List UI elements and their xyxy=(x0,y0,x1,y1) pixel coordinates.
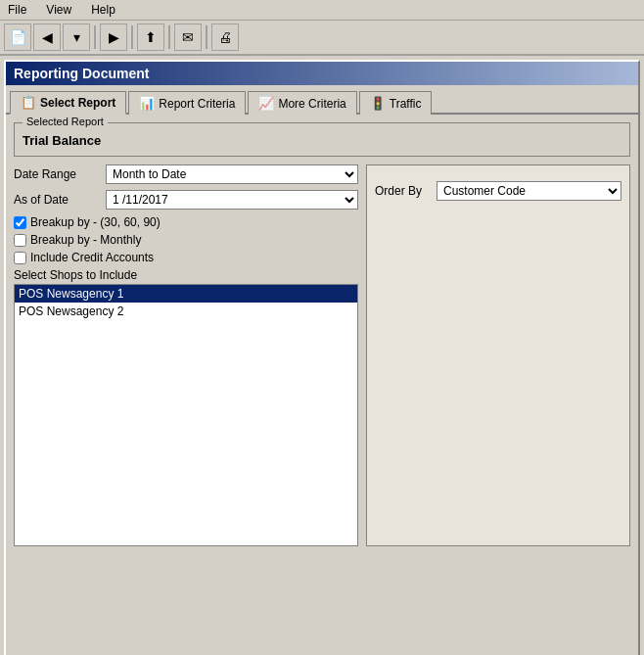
main-window: Reporting Document 📋 Select Report 📊 Rep… xyxy=(4,60,640,655)
include-credit-row: Include Credit Accounts xyxy=(14,251,358,264)
toolbar-sep-4 xyxy=(206,25,207,49)
order-by-label: Order By xyxy=(375,184,429,198)
menu-help[interactable]: Help xyxy=(87,2,119,18)
content-area: Selected Report Trial Balance Date Range… xyxy=(6,115,638,655)
tab-select-report-label: Select Report xyxy=(40,96,115,110)
window-title: Reporting Document xyxy=(6,62,638,85)
tabs-container: 📋 Select Report 📊 Report Criteria 📈 More… xyxy=(6,85,638,115)
toolbar: 📄 ◀ ▾ ▶ ⬆ ✉ 🖨 xyxy=(0,21,644,56)
breakup-30-60-90-label: Breakup by - (30, 60, 90) xyxy=(30,215,161,229)
more-criteria-icon: 📈 xyxy=(258,96,274,111)
menu-view[interactable]: View xyxy=(42,2,75,18)
breakup-monthly-row: Breakup by - Monthly xyxy=(14,233,358,247)
print-button[interactable]: 🖨 xyxy=(211,23,239,51)
menubar: File View Help xyxy=(0,0,644,21)
report-criteria-icon: 📊 xyxy=(139,96,155,111)
select-shops-label: Select Shops to Include xyxy=(14,268,358,282)
as-of-date-label: As of Date xyxy=(14,193,102,207)
dropdown-button[interactable]: ▾ xyxy=(63,23,90,51)
include-credit-checkbox[interactable] xyxy=(14,252,26,264)
list-item[interactable]: POS Newsagency 1 xyxy=(15,285,357,303)
forward-button[interactable]: ▶ xyxy=(100,23,127,51)
toolbar-sep-2 xyxy=(131,25,133,49)
toolbar-sep-3 xyxy=(168,25,170,49)
selected-report-box: Selected Report Trial Balance xyxy=(14,122,630,157)
date-range-label: Date Range xyxy=(14,167,102,181)
upload-button[interactable]: ⬆ xyxy=(137,23,164,51)
new-button[interactable]: 📄 xyxy=(4,23,31,51)
select-report-icon: 📋 xyxy=(21,95,36,110)
tab-traffic-label: Traffic xyxy=(390,97,422,111)
menu-file[interactable]: File xyxy=(4,2,30,18)
date-range-select[interactable]: Month to Date Year to Date Last Month Cu… xyxy=(106,164,358,184)
tab-traffic[interactable]: 🚦 Traffic xyxy=(359,91,433,115)
shops-listbox[interactable]: POS Newsagency 1 POS Newsagency 2 xyxy=(14,284,358,546)
date-range-row: Date Range Month to Date Year to Date La… xyxy=(14,164,358,184)
left-panel: Date Range Month to Date Year to Date La… xyxy=(14,164,358,546)
include-credit-label: Include Credit Accounts xyxy=(30,251,154,264)
list-item[interactable]: POS Newsagency 2 xyxy=(15,303,357,320)
breakup-monthly-checkbox[interactable] xyxy=(14,234,26,247)
tab-select-report[interactable]: 📋 Select Report xyxy=(10,91,126,115)
order-by-select[interactable]: Customer Code Customer Name Balance xyxy=(437,181,621,201)
tab-report-criteria-label: Report Criteria xyxy=(159,97,235,111)
right-panel: Order By Customer Code Customer Name Bal… xyxy=(366,164,630,546)
tab-more-criteria-label: More Criteria xyxy=(278,97,345,111)
traffic-icon: 🚦 xyxy=(370,96,386,111)
email-button[interactable]: ✉ xyxy=(174,23,202,51)
breakup-monthly-label: Breakup by - Monthly xyxy=(30,233,141,247)
tab-more-criteria[interactable]: 📈 More Criteria xyxy=(248,91,356,115)
breakup-30-60-90-checkbox[interactable] xyxy=(14,216,26,229)
selected-report-value: Trial Balance xyxy=(23,133,621,148)
back-button[interactable]: ◀ xyxy=(33,23,61,51)
as-of-date-select[interactable]: 1 /11/2017 xyxy=(106,190,358,210)
two-column-layout: Date Range Month to Date Year to Date La… xyxy=(14,164,630,546)
tab-report-criteria[interactable]: 📊 Report Criteria xyxy=(128,91,246,115)
selected-report-legend: Selected Report xyxy=(23,116,108,127)
order-by-row: Order By Customer Code Customer Name Bal… xyxy=(375,181,621,201)
toolbar-sep-1 xyxy=(94,25,96,49)
breakup-30-60-90-row: Breakup by - (30, 60, 90) xyxy=(14,215,358,229)
as-of-date-row: As of Date 1 /11/2017 xyxy=(14,190,358,210)
